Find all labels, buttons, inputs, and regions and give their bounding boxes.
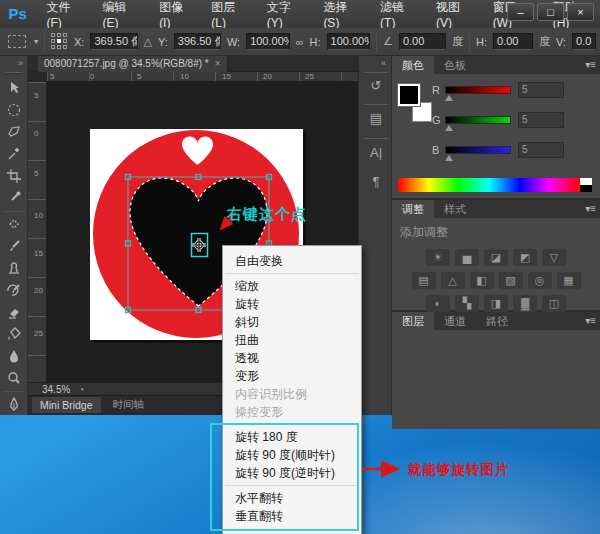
menu-item-warp[interactable]: 变形 (223, 367, 361, 385)
transform-context-menu: 自由变换 缩放 旋转 斜切 扭曲 透视 变形 内容识别比例 操控变形 旋转 18… (222, 245, 362, 534)
red-value-field[interactable]: 5 (518, 82, 564, 98)
y-position-field[interactable]: 396.50 像素 (174, 33, 221, 50)
red-slider-thumb[interactable] (445, 95, 453, 101)
rotation-field[interactable]: 0.00 (399, 33, 446, 50)
spot-healing-brush-tool[interactable] (6, 216, 22, 232)
vibrance-icon[interactable]: ▽ (542, 249, 566, 266)
pen-tool[interactable] (6, 396, 22, 412)
relative-position-icon[interactable]: △ (144, 35, 152, 48)
menu-item-flip-horizontal[interactable]: 水平翻转 (223, 489, 361, 507)
color-balance-icon[interactable]: △ (441, 272, 465, 289)
history-panel-icon[interactable]: ↺ (359, 78, 393, 93)
color-lookup-icon[interactable]: ▦ (557, 272, 581, 289)
y-label: Y: (158, 36, 168, 48)
crop-tool[interactable] (6, 168, 22, 184)
panels-column: 颜色 色板 ▾≡ R 5 G (392, 56, 600, 415)
magic-wand-tool[interactable] (6, 146, 22, 162)
maximize-button[interactable]: □ (537, 3, 564, 21)
threshold-icon[interactable]: ◨ (484, 295, 508, 312)
minimize-button[interactable]: – (507, 3, 534, 21)
move-tool[interactable] (6, 80, 22, 96)
paragraph-panel-icon[interactable]: ¶ (359, 174, 393, 189)
document-tab[interactable]: 0080071257.jpg @ 34.5%(RGB/8#) * × (38, 56, 228, 72)
blue-value-field[interactable]: 5 (518, 142, 564, 158)
mini-bridge-button[interactable]: Mini Bridge (32, 397, 101, 413)
menu-item-rotate-180[interactable]: 旋转 180 度 (223, 428, 361, 446)
divider (376, 32, 377, 52)
menu-item-distort[interactable]: 扭曲 (223, 331, 361, 349)
blue-slider[interactable] (445, 146, 511, 154)
photo-filter-icon[interactable]: ▨ (499, 272, 523, 289)
menu-item-rotate-90-cw[interactable]: 旋转 90 度(顺时针) (223, 446, 361, 464)
width-field[interactable]: 100.00% (246, 33, 290, 50)
tab-layers[interactable]: 图层 (392, 312, 434, 330)
eyedropper-tool[interactable] (6, 190, 22, 206)
ruler-tick-label: 5 (34, 169, 38, 178)
elliptical-marquee-tool[interactable] (6, 102, 22, 118)
tab-styles[interactable]: 样式 (434, 200, 476, 218)
menu-separator (225, 273, 359, 274)
eraser-tool[interactable] (6, 304, 22, 320)
paint-bucket-tool[interactable] (6, 326, 22, 342)
red-slider[interactable] (445, 86, 511, 94)
tool-preset-caret-icon[interactable]: ▾ (34, 37, 38, 46)
brush-tool[interactable] (6, 238, 22, 254)
link-dimensions-icon[interactable]: ∞ (296, 36, 304, 48)
h-skew-field[interactable]: 0.00 (493, 33, 533, 50)
clone-stamp-tool[interactable] (6, 260, 22, 276)
curves-icon[interactable]: ◪ (484, 249, 508, 266)
tab-color[interactable]: 颜色 (392, 56, 434, 74)
levels-icon[interactable]: ▅ (455, 249, 479, 266)
menu-item-flip-vertical[interactable]: 垂直翻转 (223, 507, 361, 525)
green-value-field[interactable]: 5 (518, 112, 564, 128)
selective-color-icon[interactable]: ◫ (542, 295, 566, 312)
tools-expand-icon[interactable]: » (18, 58, 23, 68)
hue-saturation-icon[interactable]: ▤ (412, 272, 436, 289)
panel-menu-icon[interactable]: ▾≡ (585, 203, 596, 214)
color-spectrum-ramp[interactable] (398, 178, 580, 192)
character-panel-icon[interactable]: A| (359, 145, 393, 160)
clone-source-panel-icon[interactable]: ▤ (359, 111, 393, 126)
menu-item-rotate-90-ccw[interactable]: 旋转 90 度(逆时针) (223, 464, 361, 482)
tab-swatches[interactable]: 色板 (434, 56, 476, 74)
blur-tool[interactable] (6, 348, 22, 364)
white-swatch[interactable] (580, 178, 592, 185)
close-button[interactable]: × (567, 3, 594, 21)
tab-close-icon[interactable]: × (215, 56, 221, 72)
tab-paths[interactable]: 路径 (476, 312, 518, 330)
foreground-color-swatch[interactable] (398, 84, 420, 106)
invert-icon[interactable]: ◐ (426, 295, 450, 312)
x-position-field[interactable]: 369.50 像素 (90, 33, 137, 50)
v-skew-field[interactable]: 0.0 (572, 33, 596, 50)
dodge-tool[interactable] (6, 370, 22, 386)
height-field[interactable]: 100.00% (327, 33, 371, 50)
menu-item-scale[interactable]: 缩放 (223, 277, 361, 295)
exposure-icon[interactable]: ◩ (513, 249, 537, 266)
menu-item-skew[interactable]: 斜切 (223, 313, 361, 331)
black-white-icon[interactable]: ◧ (470, 272, 494, 289)
menu-item-rotate[interactable]: 旋转 (223, 295, 361, 313)
black-swatch[interactable] (580, 185, 592, 192)
tab-adjustments[interactable]: 调整 (392, 200, 434, 218)
panel-menu-icon[interactable]: ▾≡ (585, 315, 596, 326)
status-icon[interactable]: ◔ (78, 384, 84, 395)
menu-item-free-transform[interactable]: 自由变换 (223, 252, 361, 270)
brightness-contrast-icon[interactable]: ☀ (426, 249, 450, 266)
reference-point-locator[interactable] (51, 33, 68, 50)
tool-preset-icon[interactable] (8, 35, 26, 48)
zoom-level[interactable]: 34.5% (42, 384, 70, 395)
panels-expand-icon[interactable]: « (381, 58, 386, 68)
timeline-button[interactable]: 时间轴 (105, 396, 153, 414)
adjustments-panel-body: 添加调整 ☀ ▅ ◪ ◩ ▽ ▤ △ ◧ ▨ ◎ ▦ (392, 218, 600, 310)
menu-item-perspective[interactable]: 透视 (223, 349, 361, 367)
polygonal-lasso-tool[interactable] (6, 124, 22, 140)
panel-menu-icon[interactable]: ▾≡ (585, 59, 596, 70)
green-slider[interactable] (445, 116, 511, 124)
gradient-map-icon[interactable]: ▓ (513, 295, 537, 312)
posterize-icon[interactable]: ▚ (455, 295, 479, 312)
history-brush-tool[interactable] (6, 282, 22, 298)
channel-mixer-icon[interactable]: ◎ (528, 272, 552, 289)
green-slider-thumb[interactable] (445, 125, 453, 131)
blue-slider-thumb[interactable] (445, 155, 453, 161)
tab-channels[interactable]: 通道 (434, 312, 476, 330)
